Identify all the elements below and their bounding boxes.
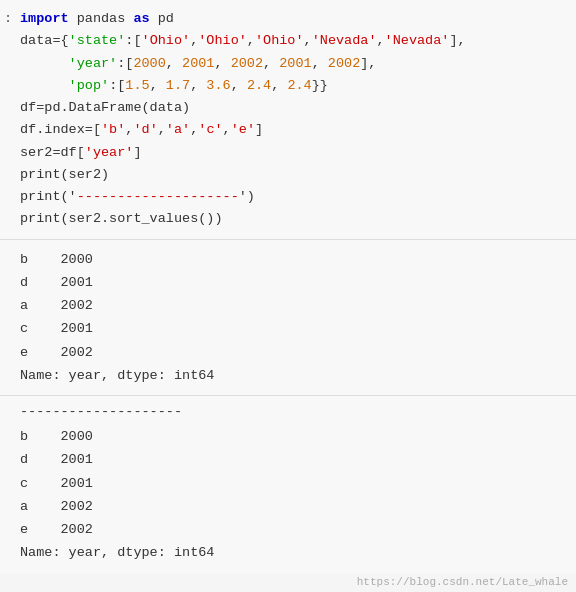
separator-line: -------------------- <box>20 400 556 423</box>
code-text: ], <box>449 33 465 48</box>
code-line-10: print(ser2.sort_values()) <box>20 208 568 230</box>
code-line-8: print(ser2) <box>20 164 568 186</box>
code-text: , <box>271 78 287 93</box>
code-text: :[ <box>125 33 141 48</box>
str-val: 'a' <box>166 122 190 137</box>
keyword-import: import <box>20 11 69 26</box>
output-name-line-2: Name: year, dtype: int64 <box>20 541 556 564</box>
output-row-b1: b 2000 <box>20 248 556 271</box>
code-line-6: df.index=['b','d','a','c','e'] <box>20 119 568 141</box>
num-val: 2002 <box>231 56 263 71</box>
output-row-a1: a 2002 <box>20 294 556 317</box>
str-val: 'Ohio' <box>255 33 304 48</box>
watermark: https://blog.csdn.net/Late_whale <box>0 576 576 592</box>
str-val: 'Ohio' <box>142 33 191 48</box>
output-row-c1: c 2001 <box>20 317 556 340</box>
output-section-1: b 2000 d 2001 a 2002 c 2001 e 2002 Name:… <box>0 240 576 395</box>
output-row-d1: d 2001 <box>20 271 556 294</box>
code-text: pandas <box>69 11 134 26</box>
num-val: 3.6 <box>206 78 230 93</box>
main-container: : import pandas as pd data={'state':['Oh… <box>0 0 576 592</box>
output-name-line-1: Name: year, dtype: int64 <box>20 364 556 387</box>
code-text: :[ <box>117 56 133 71</box>
output-row-e1: e 2002 <box>20 341 556 364</box>
code-text: , <box>312 56 328 71</box>
code-text: df=pd.DataFrame(data) <box>20 100 190 115</box>
code-text: }} <box>312 78 328 93</box>
code-text: , <box>231 78 247 93</box>
code-text: , <box>247 33 255 48</box>
str-val: -------------------- <box>77 189 239 204</box>
str-val: 'Nevada' <box>312 33 377 48</box>
code-text: , <box>263 56 279 71</box>
dict-key: 'state' <box>69 33 126 48</box>
code-text: print(ser2.sort_values()) <box>20 211 223 226</box>
str-val: 'd' <box>133 122 157 137</box>
code-line-9: print('--------------------') <box>20 186 568 208</box>
code-text <box>20 78 69 93</box>
output-row-d2: d 2001 <box>20 448 556 471</box>
keyword-as: as <box>133 11 149 26</box>
code-text: , <box>223 122 231 137</box>
code-text: df.index=[ <box>20 122 101 137</box>
code-text: , <box>304 33 312 48</box>
dict-key: 'year' <box>69 56 118 71</box>
output-row-b2: b 2000 <box>20 425 556 448</box>
code-line-5: df=pd.DataFrame(data) <box>20 97 568 119</box>
code-text: , <box>377 33 385 48</box>
str-val: 'e' <box>231 122 255 137</box>
separator-section: -------------------- <box>0 396 576 423</box>
num-val: 2.4 <box>247 78 271 93</box>
str-val: 'Nevada' <box>385 33 450 48</box>
code-text: , <box>166 56 182 71</box>
code-line-2: data={'state':['Ohio','Ohio','Ohio','Nev… <box>20 30 568 52</box>
num-val: 1.7 <box>166 78 190 93</box>
num-val: 2001 <box>279 56 311 71</box>
code-text: pd <box>150 11 174 26</box>
code-text: ') <box>239 189 255 204</box>
output-section-2: b 2000 d 2001 c 2001 a 2002 e 2002 Name:… <box>0 423 576 572</box>
code-text: data={ <box>20 33 69 48</box>
str-val: 'Ohio' <box>198 33 247 48</box>
code-text: print(' <box>20 189 77 204</box>
output-row-c2: c 2001 <box>20 472 556 495</box>
code-text: , <box>190 78 206 93</box>
code-text <box>20 56 69 71</box>
num-val: 2000 <box>133 56 165 71</box>
str-val: 'c' <box>198 122 222 137</box>
code-text: , <box>214 56 230 71</box>
code-section: : import pandas as pd data={'state':['Oh… <box>0 0 576 240</box>
code-text: print(ser2) <box>20 167 109 182</box>
code-text: ] <box>133 145 141 160</box>
num-val: 2001 <box>182 56 214 71</box>
str-val: 'b' <box>101 122 125 137</box>
code-text: :[ <box>109 78 125 93</box>
code-line-4: 'pop':[1.5, 1.7, 3.6, 2.4, 2.4}} <box>20 75 568 97</box>
num-val: 2002 <box>328 56 360 71</box>
code-line-1: import pandas as pd <box>20 8 568 30</box>
code-text: ] <box>255 122 263 137</box>
code-text: , <box>158 122 166 137</box>
code-text: ], <box>360 56 376 71</box>
output-row-a2: a 2002 <box>20 495 556 518</box>
code-block: import pandas as pd data={'state':['Ohio… <box>0 8 576 231</box>
line-indicator: : <box>4 8 12 30</box>
code-line-7: ser2=df['year'] <box>20 142 568 164</box>
dict-key: 'pop' <box>69 78 110 93</box>
code-text: ser2=df[ <box>20 145 85 160</box>
num-val: 1.5 <box>125 78 149 93</box>
num-val: 2.4 <box>287 78 311 93</box>
str-val: 'year' <box>85 145 134 160</box>
output-row-e2: e 2002 <box>20 518 556 541</box>
code-text: , <box>150 78 166 93</box>
code-line-3: 'year':[2000, 2001, 2002, 2001, 2002], <box>20 53 568 75</box>
